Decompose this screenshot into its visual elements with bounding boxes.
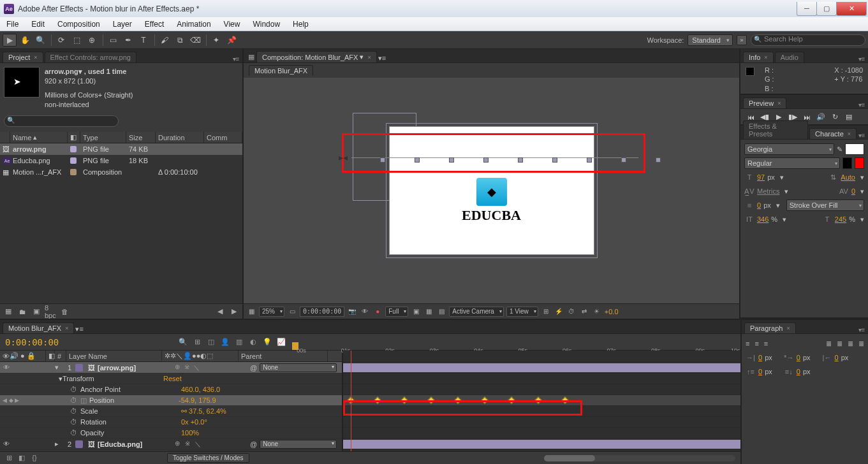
- label-swatch[interactable]: [70, 157, 77, 164]
- twirl-icon[interactable]: ▸: [55, 440, 59, 447]
- col-switches[interactable]: ✲✲＼👤●●◐⬚: [162, 351, 239, 361]
- eye-icon[interactable]: 👁: [3, 364, 10, 371]
- stopwatch-icon[interactable]: ⏱: [69, 386, 78, 393]
- col-comment[interactable]: Comm: [204, 132, 242, 143]
- ram-preview-icon[interactable]: ▤: [844, 113, 854, 121]
- stopwatch-icon[interactable]: ⏱: [69, 407, 78, 415]
- vertical-scale-value[interactable]: 346: [757, 215, 769, 223]
- timeline-icon[interactable]: ⏱: [566, 307, 577, 317]
- panel-menu-icon[interactable]: ▾≡: [858, 132, 868, 139]
- close-icon[interactable]: ×: [367, 54, 371, 61]
- resolution-dropdown[interactable]: Full: [385, 307, 408, 317]
- align-right-icon[interactable]: ≡: [764, 340, 768, 347]
- snapshot-icon[interactable]: 📷: [347, 307, 357, 317]
- property-value[interactable]: 460.0, 436.0: [181, 386, 220, 393]
- hide-shy-icon[interactable]: 👤: [219, 337, 231, 348]
- tracking-value[interactable]: 0: [851, 187, 855, 195]
- tab-project[interactable]: Project×: [3, 52, 43, 62]
- pixel-aspect-icon[interactable]: ⊞: [541, 307, 551, 317]
- stopwatch-icon[interactable]: ⏱: [69, 429, 78, 437]
- panel-menu-icon[interactable]: ▾≡: [232, 55, 242, 62]
- panel-menu-icon[interactable]: ▾≡: [858, 55, 868, 62]
- kerning-value[interactable]: Metrics: [757, 187, 779, 195]
- property-row[interactable]: ⏱ Anchor Point 460.0, 436.0: [0, 384, 342, 395]
- motion-path[interactable]: ▸◂: [339, 152, 638, 163]
- property-value[interactable]: -54.9, 175.9: [179, 396, 216, 404]
- last-frame-icon[interactable]: ⏭: [802, 113, 812, 121]
- mute-icon[interactable]: 🔊: [816, 113, 826, 121]
- justify-all-icon[interactable]: ≣: [858, 340, 864, 348]
- hand-tool-icon[interactable]: ✋: [18, 34, 32, 47]
- pen-tool-icon[interactable]: ✒: [121, 34, 135, 47]
- col-layer-name[interactable]: Layer Name: [66, 351, 162, 361]
- col-parent[interactable]: Parent: [239, 351, 328, 361]
- tab-composition-viewer[interactable]: Composition: Motion Blur_AFX ▾×: [256, 51, 377, 62]
- toggle-switches-icon[interactable]: ◧: [17, 454, 27, 462]
- tab-preview[interactable]: Preview×: [743, 98, 786, 108]
- font-style-dropdown[interactable]: Regular: [744, 157, 840, 169]
- search-help-input[interactable]: Search Help: [751, 34, 865, 46]
- graph-editor-icon[interactable]: 📈: [276, 337, 287, 348]
- brainstorm-icon[interactable]: 💡: [261, 337, 273, 348]
- align-left-icon[interactable]: ≡: [746, 340, 749, 347]
- eraser-tool-icon[interactable]: ⌫: [188, 34, 202, 47]
- keyframe-nav[interactable]: ◀ ◆ ▶: [3, 397, 19, 403]
- justify-center-icon[interactable]: ≣: [837, 340, 842, 348]
- property-value[interactable]: 0x +0.0°: [181, 418, 207, 426]
- property-row[interactable]: ⏱ Rotation 0x +0.0°: [0, 417, 342, 428]
- camera-dropdown[interactable]: Active Camera: [449, 307, 504, 317]
- comp-mini-flow-icon[interactable]: ⊞: [191, 337, 203, 348]
- loop-icon[interactable]: ↻: [830, 113, 840, 121]
- pan-behind-tool-icon[interactable]: ⊕: [85, 34, 99, 47]
- justify-right-icon[interactable]: ≣: [848, 340, 853, 348]
- label-swatch[interactable]: [70, 169, 77, 175]
- tab-character[interactable]: Characte×: [809, 128, 857, 139]
- space-before-value[interactable]: 0: [758, 368, 762, 375]
- transparency-grid-icon[interactable]: ▦: [423, 307, 434, 317]
- bpc-toggle[interactable]: 8 bpc: [45, 307, 56, 317]
- label-swatch[interactable]: [75, 364, 83, 372]
- first-frame-icon[interactable]: ⏮: [746, 113, 756, 121]
- text-tool-icon[interactable]: T: [136, 34, 151, 47]
- expand-transfer-icon[interactable]: ⊞: [4, 454, 14, 462]
- col-name[interactable]: Name ▴: [10, 132, 68, 143]
- menu-effect[interactable]: Effect: [138, 20, 170, 29]
- tab-effect-controls[interactable]: Effect Controls: arrow.png: [45, 52, 136, 62]
- tab-timeline[interactable]: Motion Blur_AFX×: [3, 323, 74, 333]
- col-duration[interactable]: Duration: [156, 132, 204, 143]
- panel-menu-icon[interactable]: ▾≡: [378, 54, 386, 62]
- close-button[interactable]: ✕: [836, 2, 867, 16]
- comp-timecode[interactable]: 0:00:00:00: [300, 307, 344, 317]
- reset-exposure-icon[interactable]: ☀: [592, 307, 602, 317]
- menu-animation[interactable]: Animation: [170, 20, 217, 29]
- comp-mini-icon[interactable]: ▦: [246, 52, 256, 62]
- menu-help[interactable]: Help: [286, 20, 315, 29]
- fill-color-swatch[interactable]: [845, 143, 864, 155]
- maximize-button[interactable]: ▢: [816, 2, 837, 16]
- eyedropper-icon[interactable]: ✎: [837, 145, 842, 154]
- parent-dropdown[interactable]: None: [260, 363, 337, 372]
- search-layers-icon[interactable]: 🔍: [177, 337, 189, 348]
- stroke-mode-dropdown[interactable]: Stroke Over Fill: [786, 199, 864, 211]
- col-label[interactable]: ◧: [68, 132, 80, 143]
- menu-file[interactable]: File: [0, 20, 25, 29]
- minimize-button[interactable]: ─: [797, 2, 817, 16]
- leading-value[interactable]: Auto: [841, 173, 855, 181]
- scroll-left-icon[interactable]: ◀: [214, 307, 226, 317]
- zoom-tool-icon[interactable]: 🔍: [33, 34, 47, 47]
- roi-icon[interactable]: ▣: [411, 307, 421, 317]
- cti-line[interactable]: [351, 351, 351, 451]
- pickwhip-icon[interactable]: @: [250, 364, 257, 372]
- project-search-input[interactable]: [4, 115, 119, 127]
- rectangle-tool-icon[interactable]: ▭: [106, 34, 120, 47]
- views-dropdown[interactable]: 1 View: [506, 307, 538, 317]
- composition-viewport[interactable]: ▸◂: [244, 78, 739, 303]
- motion-blur-icon[interactable]: ◐: [247, 337, 259, 348]
- menu-layer[interactable]: Layer: [107, 20, 138, 29]
- layer-bar[interactable]: [343, 439, 740, 450]
- rotation-tool-icon[interactable]: ⟳: [54, 34, 68, 47]
- delete-icon[interactable]: 🗑: [59, 307, 70, 317]
- close-icon[interactable]: ×: [34, 54, 37, 61]
- draft-3d-icon[interactable]: ◫: [205, 337, 217, 348]
- roto-tool-icon[interactable]: ✦: [209, 34, 223, 47]
